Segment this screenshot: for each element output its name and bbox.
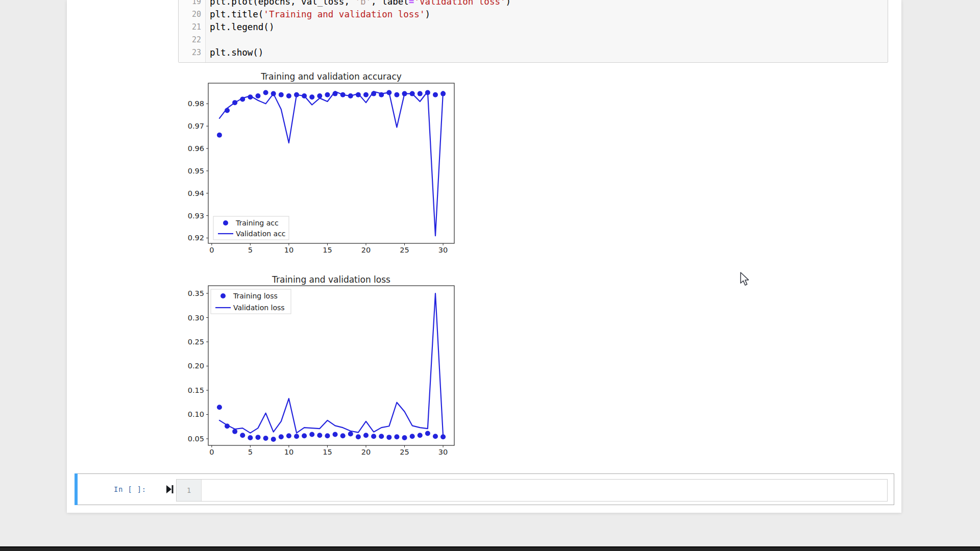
svg-text:25: 25 xyxy=(400,448,409,456)
svg-text:Validation acc: Validation acc xyxy=(236,230,286,238)
input-prompt: In [ ]: xyxy=(114,485,146,493)
svg-text:Training and validation accura: Training and validation accuracy xyxy=(260,71,402,82)
accuracy-chart: Training and validation accuracy05101520… xyxy=(180,68,463,258)
svg-text:10: 10 xyxy=(284,246,293,254)
svg-text:0.10: 0.10 xyxy=(188,410,204,418)
svg-text:0.97: 0.97 xyxy=(188,122,204,130)
svg-text:0.96: 0.96 xyxy=(188,144,204,153)
svg-text:0.98: 0.98 xyxy=(188,99,204,108)
page-bg: 1920212223 plt.plot(epochs, val_loss, 'b… xyxy=(0,0,980,551)
code-line xyxy=(210,34,888,46)
svg-text:5: 5 xyxy=(248,246,253,254)
svg-text:Validation loss: Validation loss xyxy=(233,304,285,312)
svg-text:30: 30 xyxy=(438,246,448,254)
empty-code-editor[interactable] xyxy=(202,480,887,501)
svg-text:15: 15 xyxy=(323,448,332,456)
code-line: plt.plot(epochs, val_loss, 'b', label='V… xyxy=(210,0,888,8)
svg-text:0.93: 0.93 xyxy=(188,212,204,220)
svg-text:Training and validation loss: Training and validation loss xyxy=(272,274,390,285)
svg-text:10: 10 xyxy=(284,448,293,456)
line-number-gutter: 1920212223 xyxy=(179,0,206,62)
svg-text:5: 5 xyxy=(248,448,253,456)
svg-text:20: 20 xyxy=(361,448,371,456)
code-line: plt.title('Training and validation loss'… xyxy=(210,8,888,21)
svg-text:0.05: 0.05 xyxy=(188,435,204,443)
svg-text:30: 30 xyxy=(438,448,448,456)
svg-text:0.30: 0.30 xyxy=(188,314,204,322)
svg-text:0: 0 xyxy=(209,246,214,254)
line-number: 20 xyxy=(179,8,205,21)
code-input-area[interactable]: 1 xyxy=(176,479,888,502)
svg-text:0.15: 0.15 xyxy=(188,386,204,394)
step-forward-icon[interactable] xyxy=(166,484,174,494)
code-line: plt.legend() xyxy=(210,21,888,34)
svg-text:Training acc: Training acc xyxy=(235,219,279,227)
loss-chart: Training and validation loss051015202530… xyxy=(180,272,463,462)
svg-text:Training loss: Training loss xyxy=(233,292,278,300)
line-number: 23 xyxy=(179,46,205,59)
svg-text:0.35: 0.35 xyxy=(188,289,204,297)
svg-text:0.20: 0.20 xyxy=(188,362,204,370)
line-number: 19 xyxy=(179,0,205,8)
svg-text:0.92: 0.92 xyxy=(188,234,204,242)
code-editor[interactable]: plt.plot(epochs, val_loss, 'b', label='V… xyxy=(206,0,888,62)
svg-text:15: 15 xyxy=(323,246,332,254)
mouse-cursor xyxy=(739,271,751,287)
output-figure-accuracy: Training and validation accuracy05101520… xyxy=(180,68,463,258)
output-figure-loss: Training and validation loss051015202530… xyxy=(180,272,463,462)
svg-text:0: 0 xyxy=(209,448,214,456)
line-number: 21 xyxy=(179,21,205,34)
line-number-1: 1 xyxy=(177,480,202,501)
code-line: plt.show() xyxy=(210,46,888,59)
empty-code-cell[interactable]: In [ ]: 1 xyxy=(75,473,894,505)
svg-text:0.95: 0.95 xyxy=(188,167,204,175)
line-number: 22 xyxy=(179,34,205,46)
screen-bottom-edge xyxy=(0,546,980,551)
svg-text:25: 25 xyxy=(400,246,409,254)
selected-cell-indicator xyxy=(75,473,78,505)
svg-text:0.25: 0.25 xyxy=(188,338,204,346)
svg-text:20: 20 xyxy=(361,246,371,254)
code-cell-input[interactable]: 1920212223 plt.plot(epochs, val_loss, 'b… xyxy=(178,0,888,63)
svg-text:0.94: 0.94 xyxy=(188,189,204,197)
